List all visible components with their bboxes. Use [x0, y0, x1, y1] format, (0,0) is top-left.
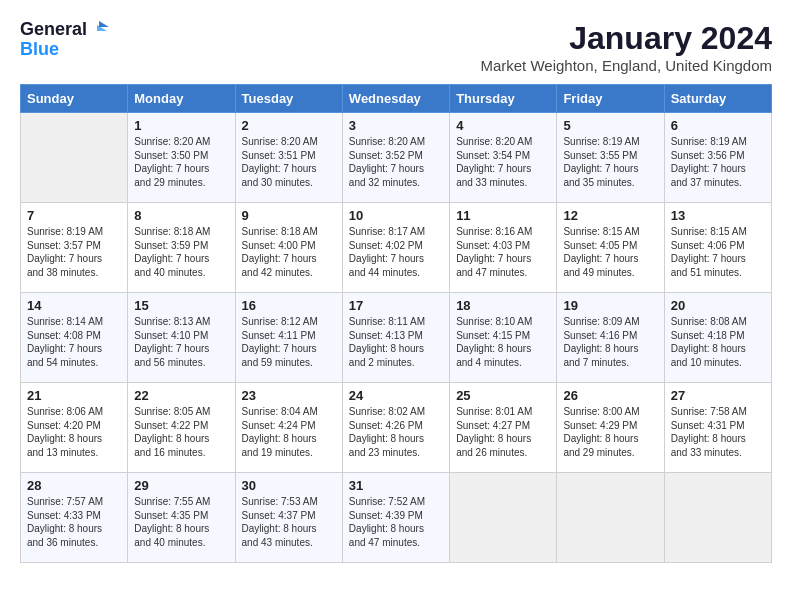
cell-content: Sunrise: 8:18 AMSunset: 3:59 PMDaylight:… — [134, 225, 228, 279]
cell-content: Sunrise: 8:00 AMSunset: 4:29 PMDaylight:… — [563, 405, 657, 459]
header-day-sunday: Sunday — [21, 85, 128, 113]
calendar-cell — [557, 473, 664, 563]
calendar-cell: 29Sunrise: 7:55 AMSunset: 4:35 PMDayligh… — [128, 473, 235, 563]
calendar-cell: 19Sunrise: 8:09 AMSunset: 4:16 PMDayligh… — [557, 293, 664, 383]
cell-content: Sunrise: 8:20 AMSunset: 3:50 PMDaylight:… — [134, 135, 228, 189]
calendar-cell: 21Sunrise: 8:06 AMSunset: 4:20 PMDayligh… — [21, 383, 128, 473]
calendar-cell: 3Sunrise: 8:20 AMSunset: 3:52 PMDaylight… — [342, 113, 449, 203]
cell-content: Sunrise: 8:16 AMSunset: 4:03 PMDaylight:… — [456, 225, 550, 279]
day-number: 13 — [671, 208, 765, 223]
day-number: 26 — [563, 388, 657, 403]
cell-content: Sunrise: 8:18 AMSunset: 4:00 PMDaylight:… — [242, 225, 336, 279]
week-row-4: 21Sunrise: 8:06 AMSunset: 4:20 PMDayligh… — [21, 383, 772, 473]
logo-general: General — [20, 20, 87, 40]
day-number: 17 — [349, 298, 443, 313]
calendar-body: 1Sunrise: 8:20 AMSunset: 3:50 PMDaylight… — [21, 113, 772, 563]
calendar-cell: 13Sunrise: 8:15 AMSunset: 4:06 PMDayligh… — [664, 203, 771, 293]
cell-content: Sunrise: 8:10 AMSunset: 4:15 PMDaylight:… — [456, 315, 550, 369]
calendar-cell: 8Sunrise: 8:18 AMSunset: 3:59 PMDaylight… — [128, 203, 235, 293]
cell-content: Sunrise: 8:09 AMSunset: 4:16 PMDaylight:… — [563, 315, 657, 369]
cell-content: Sunrise: 8:17 AMSunset: 4:02 PMDaylight:… — [349, 225, 443, 279]
cell-content: Sunrise: 8:04 AMSunset: 4:24 PMDaylight:… — [242, 405, 336, 459]
day-number: 9 — [242, 208, 336, 223]
calendar-cell: 23Sunrise: 8:04 AMSunset: 4:24 PMDayligh… — [235, 383, 342, 473]
cell-content: Sunrise: 8:12 AMSunset: 4:11 PMDaylight:… — [242, 315, 336, 369]
calendar-cell: 10Sunrise: 8:17 AMSunset: 4:02 PMDayligh… — [342, 203, 449, 293]
cell-content: Sunrise: 8:08 AMSunset: 4:18 PMDaylight:… — [671, 315, 765, 369]
day-number: 2 — [242, 118, 336, 133]
cell-content: Sunrise: 7:58 AMSunset: 4:31 PMDaylight:… — [671, 405, 765, 459]
cell-content: Sunrise: 8:19 AMSunset: 3:57 PMDaylight:… — [27, 225, 121, 279]
calendar-cell: 6Sunrise: 8:19 AMSunset: 3:56 PMDaylight… — [664, 113, 771, 203]
day-number: 6 — [671, 118, 765, 133]
calendar-header: SundayMondayTuesdayWednesdayThursdayFrid… — [21, 85, 772, 113]
cell-content: Sunrise: 7:53 AMSunset: 4:37 PMDaylight:… — [242, 495, 336, 549]
calendar-cell: 17Sunrise: 8:11 AMSunset: 4:13 PMDayligh… — [342, 293, 449, 383]
cell-content: Sunrise: 8:02 AMSunset: 4:26 PMDaylight:… — [349, 405, 443, 459]
day-number: 3 — [349, 118, 443, 133]
header: General Blue January 2024 Market Weighto… — [20, 20, 772, 74]
day-number: 23 — [242, 388, 336, 403]
cell-content: Sunrise: 8:14 AMSunset: 4:08 PMDaylight:… — [27, 315, 121, 369]
cell-content: Sunrise: 8:01 AMSunset: 4:27 PMDaylight:… — [456, 405, 550, 459]
calendar-cell — [450, 473, 557, 563]
calendar-cell: 20Sunrise: 8:08 AMSunset: 4:18 PMDayligh… — [664, 293, 771, 383]
cell-content: Sunrise: 8:20 AMSunset: 3:52 PMDaylight:… — [349, 135, 443, 189]
day-number: 30 — [242, 478, 336, 493]
day-number: 8 — [134, 208, 228, 223]
day-number: 25 — [456, 388, 550, 403]
day-number: 11 — [456, 208, 550, 223]
week-row-2: 7Sunrise: 8:19 AMSunset: 3:57 PMDaylight… — [21, 203, 772, 293]
header-day-thursday: Thursday — [450, 85, 557, 113]
day-number: 31 — [349, 478, 443, 493]
week-row-1: 1Sunrise: 8:20 AMSunset: 3:50 PMDaylight… — [21, 113, 772, 203]
week-row-5: 28Sunrise: 7:57 AMSunset: 4:33 PMDayligh… — [21, 473, 772, 563]
calendar-cell: 27Sunrise: 7:58 AMSunset: 4:31 PMDayligh… — [664, 383, 771, 473]
header-day-saturday: Saturday — [664, 85, 771, 113]
header-day-friday: Friday — [557, 85, 664, 113]
header-day-tuesday: Tuesday — [235, 85, 342, 113]
day-number: 20 — [671, 298, 765, 313]
day-number: 22 — [134, 388, 228, 403]
logo-blue: Blue — [20, 40, 59, 60]
calendar-cell: 11Sunrise: 8:16 AMSunset: 4:03 PMDayligh… — [450, 203, 557, 293]
day-number: 16 — [242, 298, 336, 313]
calendar-cell: 2Sunrise: 8:20 AMSunset: 3:51 PMDaylight… — [235, 113, 342, 203]
cell-content: Sunrise: 8:19 AMSunset: 3:56 PMDaylight:… — [671, 135, 765, 189]
title-block: January 2024 Market Weighton, England, U… — [480, 20, 772, 74]
cell-content: Sunrise: 8:20 AMSunset: 3:54 PMDaylight:… — [456, 135, 550, 189]
calendar-cell: 16Sunrise: 8:12 AMSunset: 4:11 PMDayligh… — [235, 293, 342, 383]
calendar-cell: 24Sunrise: 8:02 AMSunset: 4:26 PMDayligh… — [342, 383, 449, 473]
calendar-cell: 30Sunrise: 7:53 AMSunset: 4:37 PMDayligh… — [235, 473, 342, 563]
day-number: 1 — [134, 118, 228, 133]
calendar-cell: 7Sunrise: 8:19 AMSunset: 3:57 PMDaylight… — [21, 203, 128, 293]
logo: General Blue — [20, 20, 111, 60]
calendar-cell: 4Sunrise: 8:20 AMSunset: 3:54 PMDaylight… — [450, 113, 557, 203]
svg-marker-0 — [99, 21, 109, 27]
calendar-cell: 18Sunrise: 8:10 AMSunset: 4:15 PMDayligh… — [450, 293, 557, 383]
calendar-cell: 22Sunrise: 8:05 AMSunset: 4:22 PMDayligh… — [128, 383, 235, 473]
calendar-cell: 5Sunrise: 8:19 AMSunset: 3:55 PMDaylight… — [557, 113, 664, 203]
calendar-cell — [21, 113, 128, 203]
day-number: 4 — [456, 118, 550, 133]
calendar-cell: 15Sunrise: 8:13 AMSunset: 4:10 PMDayligh… — [128, 293, 235, 383]
day-number: 18 — [456, 298, 550, 313]
calendar-subtitle: Market Weighton, England, United Kingdom — [480, 57, 772, 74]
day-number: 29 — [134, 478, 228, 493]
cell-content: Sunrise: 8:06 AMSunset: 4:20 PMDaylight:… — [27, 405, 121, 459]
calendar-cell: 14Sunrise: 8:14 AMSunset: 4:08 PMDayligh… — [21, 293, 128, 383]
cell-content: Sunrise: 8:20 AMSunset: 3:51 PMDaylight:… — [242, 135, 336, 189]
day-number: 21 — [27, 388, 121, 403]
cell-content: Sunrise: 8:15 AMSunset: 4:05 PMDaylight:… — [563, 225, 657, 279]
cell-content: Sunrise: 7:57 AMSunset: 4:33 PMDaylight:… — [27, 495, 121, 549]
day-number: 12 — [563, 208, 657, 223]
calendar-cell — [664, 473, 771, 563]
cell-content: Sunrise: 8:05 AMSunset: 4:22 PMDaylight:… — [134, 405, 228, 459]
cell-content: Sunrise: 7:52 AMSunset: 4:39 PMDaylight:… — [349, 495, 443, 549]
calendar-cell: 9Sunrise: 8:18 AMSunset: 4:00 PMDaylight… — [235, 203, 342, 293]
calendar-cell: 31Sunrise: 7:52 AMSunset: 4:39 PMDayligh… — [342, 473, 449, 563]
calendar-cell: 28Sunrise: 7:57 AMSunset: 4:33 PMDayligh… — [21, 473, 128, 563]
header-day-wednesday: Wednesday — [342, 85, 449, 113]
cell-content: Sunrise: 8:15 AMSunset: 4:06 PMDaylight:… — [671, 225, 765, 279]
calendar-cell: 25Sunrise: 8:01 AMSunset: 4:27 PMDayligh… — [450, 383, 557, 473]
